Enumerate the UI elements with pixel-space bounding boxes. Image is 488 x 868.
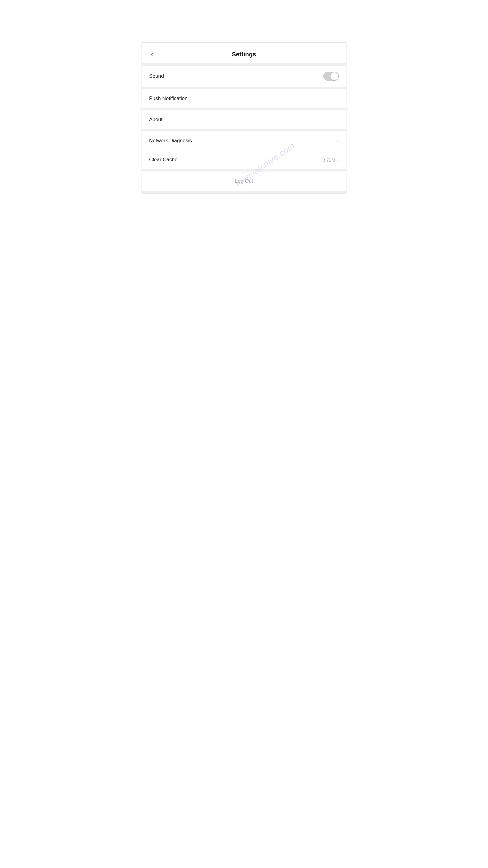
back-button[interactable]: ‹ bbox=[151, 51, 153, 58]
clear-cache-label: Clear Cache bbox=[149, 157, 178, 163]
sound-row[interactable]: Sound bbox=[142, 66, 346, 87]
divider-4 bbox=[142, 169, 346, 172]
logout-row[interactable]: Log Out bbox=[142, 172, 346, 191]
network-diagnosis-row[interactable]: Network Diagnosis › bbox=[142, 131, 346, 150]
logout-section: Log Out bbox=[142, 172, 346, 191]
about-chevron-icon: › bbox=[337, 117, 339, 123]
push-notification-section: Push Notification › bbox=[142, 89, 346, 108]
push-notification-label: Push Notification bbox=[149, 96, 188, 101]
phone-container: ‹ Settings Sound Push Notification › Abo… bbox=[141, 42, 347, 193]
about-row[interactable]: About › bbox=[142, 110, 346, 129]
network-diagnosis-right: › bbox=[337, 138, 339, 144]
clear-cache-right: 3.72M › bbox=[323, 157, 339, 163]
top-divider bbox=[142, 63, 346, 66]
about-right: › bbox=[337, 117, 339, 123]
tools-section: Network Diagnosis › Clear Cache 3.72M › bbox=[142, 131, 346, 169]
clear-cache-row[interactable]: Clear Cache 3.72M › bbox=[142, 150, 346, 169]
divider-2 bbox=[142, 108, 346, 110]
toggle-thumb bbox=[330, 72, 338, 80]
sound-section: Sound bbox=[142, 66, 346, 87]
divider-5 bbox=[142, 191, 346, 193]
settings-header: ‹ Settings bbox=[142, 42, 346, 63]
page-title: Settings bbox=[232, 51, 256, 58]
divider-3 bbox=[142, 129, 346, 131]
sound-label: Sound bbox=[149, 73, 164, 79]
about-section: About › bbox=[142, 110, 346, 129]
about-label: About bbox=[149, 117, 162, 123]
divider-1 bbox=[142, 87, 346, 89]
push-notification-chevron-icon: › bbox=[337, 96, 339, 102]
clear-cache-chevron-icon: › bbox=[337, 157, 339, 163]
push-notification-row[interactable]: Push Notification › bbox=[142, 89, 346, 108]
push-notification-right: › bbox=[337, 96, 339, 102]
network-diagnosis-chevron-icon: › bbox=[337, 138, 339, 144]
sound-toggle[interactable] bbox=[323, 72, 339, 81]
cache-value: 3.72M bbox=[323, 157, 335, 162]
logout-label: Log Out bbox=[235, 178, 253, 184]
network-diagnosis-label: Network Diagnosis bbox=[149, 138, 192, 144]
